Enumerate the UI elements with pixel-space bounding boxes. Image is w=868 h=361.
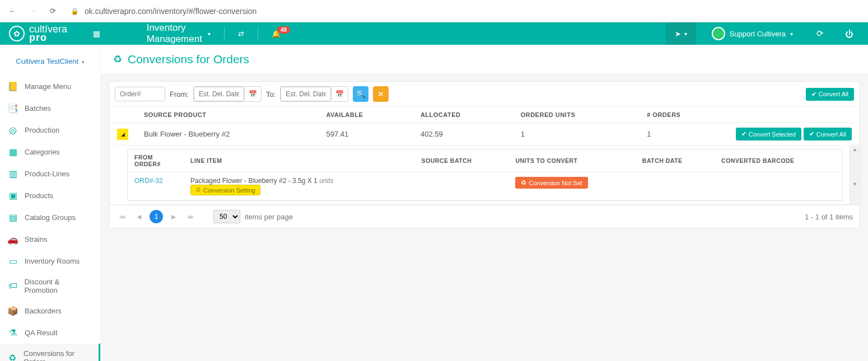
sidebar-item-catalog-groups[interactable]: ▤Catalog Groups xyxy=(0,207,100,228)
sidebar-item-label: Conversions for Orders xyxy=(24,349,91,361)
order-lines-subgrid: FROM ORDER# LINE ITEM SOURCE BATCH UNITS… xyxy=(127,149,843,201)
power-button[interactable]: ⏻ xyxy=(839,29,859,39)
sidebar-item-backorders[interactable]: 📦Backorders xyxy=(0,300,100,322)
caret-down-icon: ▾ xyxy=(790,31,793,37)
notifications-button[interactable]: 🔔 49 xyxy=(272,30,281,38)
pager-first-button[interactable]: ⏮ xyxy=(116,210,128,223)
module-switcher[interactable]: ▦ Inventory Management ▾ xyxy=(93,22,211,45)
cell-allocated: 402.59 xyxy=(413,123,513,146)
subcol-from-order[interactable]: FROM ORDER# xyxy=(128,149,184,172)
top-navbar: ✿ cultívera pro ▦ Inventory Management ▾… xyxy=(0,22,868,45)
pager-page-1[interactable]: 1 xyxy=(150,210,163,223)
sidebar-item-label: Batches xyxy=(25,104,51,112)
recycle-icon: ♻ xyxy=(8,353,17,362)
sidebar-item-inventory-rooms[interactable]: ▭Inventory Rooms xyxy=(0,250,100,272)
pager-last-button[interactable]: ⏭ xyxy=(184,210,197,223)
sidebar-item-product-lines[interactable]: ▥Product-Lines xyxy=(0,163,100,185)
sidebar-item-strains[interactable]: 🚗Strains xyxy=(0,228,100,250)
sidebar-item-categories[interactable]: ▦Categories xyxy=(0,141,100,163)
user-name: Support Cultivera xyxy=(730,30,786,38)
search-button[interactable]: 🔍 xyxy=(353,86,368,102)
sidebar-item-label: Product-Lines xyxy=(25,170,69,178)
sidebar-item-manage-menu[interactable]: 📒Manage Menu xyxy=(0,76,100,97)
product-lines-icon: ▥ xyxy=(8,168,18,179)
batches-icon: 📑 xyxy=(8,103,18,114)
subcol-source-batch[interactable]: SOURCE BATCH xyxy=(414,149,508,172)
scroll-down-icon[interactable]: ▼ xyxy=(850,180,860,188)
sidebar-item-label: Strains xyxy=(25,235,47,243)
sidebar-item-label: Categories xyxy=(25,148,60,156)
conversion-not-set-button[interactable]: ♻ Conversion Not Set xyxy=(515,177,587,189)
close-icon: ✕ xyxy=(377,90,384,99)
pager-summary: 1 - 1 of 1 items xyxy=(805,213,853,221)
client-picker[interactable]: Cultivera TestClient ▾ xyxy=(0,50,100,76)
location-arrow-icon: ➤ xyxy=(675,30,681,38)
address-bar[interactable]: 🔒 ok.cultiverapro.com/inventory/#/flower… xyxy=(71,7,256,16)
conversions-panel: From: 📅 To: 📅 🔍 ✕ ✔ Convert All xyxy=(109,81,860,228)
subgrid-scrollbar[interactable]: ▲ ▼ xyxy=(850,146,860,204)
pager-next-button[interactable]: ▶ xyxy=(167,210,180,223)
sidebar-item-qa-result[interactable]: ⚗QA Result xyxy=(0,322,100,344)
calendar-icon[interactable]: 📅 xyxy=(331,88,348,100)
sidebar-item-conversions-for-orders[interactable]: ♻Conversions for Orders xyxy=(0,344,100,361)
forward-button[interactable]: → xyxy=(27,6,38,17)
calendar-icon[interactable]: 📅 xyxy=(244,88,261,100)
table-row: ◢ Bulk Flower - Blueberry #2 597.41 402.… xyxy=(109,123,860,146)
search-icon: 🔍 xyxy=(356,90,366,99)
conversions-table: SOURCE PRODUCT AVAILABLE ALLOCATED ORDER… xyxy=(109,107,860,205)
order-number-input[interactable] xyxy=(115,87,165,101)
convert-all-row-button[interactable]: ✔ Convert All xyxy=(804,128,852,140)
sidebar-item-label: Production xyxy=(25,126,59,134)
from-date-input[interactable] xyxy=(194,87,244,101)
divider xyxy=(224,27,225,40)
user-menu[interactable]: Support Cultivera ▾ xyxy=(704,27,801,40)
col-ordered-units[interactable]: ORDERED UNITS xyxy=(513,107,640,123)
brand-logo[interactable]: ✿ cultívera pro xyxy=(9,25,67,43)
discount-icon: 🏷 xyxy=(8,281,17,291)
order-link[interactable]: ORD#-32 xyxy=(134,177,163,185)
subcol-line-item[interactable]: LINE ITEM xyxy=(184,149,414,172)
sidebar-item-products[interactable]: ▣Products xyxy=(0,185,100,207)
reload-button[interactable]: ⟳ xyxy=(47,6,58,17)
transfer-icon[interactable]: ⇄ xyxy=(238,30,244,38)
col-available[interactable]: AVAILABLE xyxy=(318,107,413,123)
browser-bar: ← → ⟳ 🔒 ok.cultiverapro.com/inventory/#/… xyxy=(0,0,868,22)
col-orders-count[interactable]: # ORDERS xyxy=(639,107,728,123)
sidebar-item-discount-promotion[interactable]: 🏷Discount & Promotion xyxy=(0,272,100,300)
row-expand-toggle[interactable]: ◢ xyxy=(117,129,128,140)
cell-source-product: Bulk Flower - Blueberry #2 xyxy=(136,123,318,146)
subgrid-row: ORD#-32 Packaged Flower - Blueberry #2 -… xyxy=(128,172,842,200)
subcol-converted-barcode[interactable]: CONVERTED BARCODE xyxy=(715,149,842,172)
recycle-icon: ♻ xyxy=(521,179,526,186)
convert-all-top-button[interactable]: ✔ Convert All xyxy=(806,88,854,101)
subcol-batch-date[interactable]: BATCH DATE xyxy=(636,149,715,172)
col-source-product[interactable]: SOURCE PRODUCT xyxy=(136,107,318,123)
caret-down-icon: ▾ xyxy=(684,31,687,37)
to-label: To: xyxy=(266,90,276,99)
sidebar-item-label: Catalog Groups xyxy=(25,213,76,222)
to-date-input[interactable] xyxy=(281,87,331,101)
avatar xyxy=(712,27,725,40)
subcol-units-to-convert[interactable]: UNITS TO CONVERT xyxy=(508,149,635,172)
production-icon: ◎ xyxy=(8,125,18,135)
refresh-button[interactable]: ⟳ xyxy=(811,29,829,39)
caret-down-icon: ▾ xyxy=(208,31,211,37)
location-button[interactable]: ➤ ▾ xyxy=(666,22,696,45)
cell-ordered-units: 1 xyxy=(513,123,640,146)
page-size-select[interactable]: 50 xyxy=(213,210,240,223)
pager-prev-button[interactable]: ◀ xyxy=(133,210,145,223)
brand-line2: pro xyxy=(29,34,67,42)
conversion-setting-button[interactable]: ♻ Conversion Setting xyxy=(190,185,260,195)
lock-icon: 🔒 xyxy=(71,7,79,15)
scroll-up-icon[interactable]: ▲ xyxy=(850,146,860,153)
strains-icon: 🚗 xyxy=(8,234,18,245)
back-button[interactable]: ← xyxy=(7,6,18,17)
clear-filters-button[interactable]: ✕ xyxy=(373,86,389,102)
sidebar: Cultivera TestClient ▾ 📒Manage Menu 📑Bat… xyxy=(0,45,101,361)
col-allocated[interactable]: ALLOCATED xyxy=(413,107,513,123)
convert-selected-button[interactable]: ✔ Convert Selected xyxy=(736,128,801,140)
sidebar-item-production[interactable]: ◎Production xyxy=(0,119,100,141)
brand-emblem-icon: ✿ xyxy=(9,26,25,41)
sidebar-item-label: Inventory Rooms xyxy=(25,257,80,265)
sidebar-item-batches[interactable]: 📑Batches xyxy=(0,97,100,119)
